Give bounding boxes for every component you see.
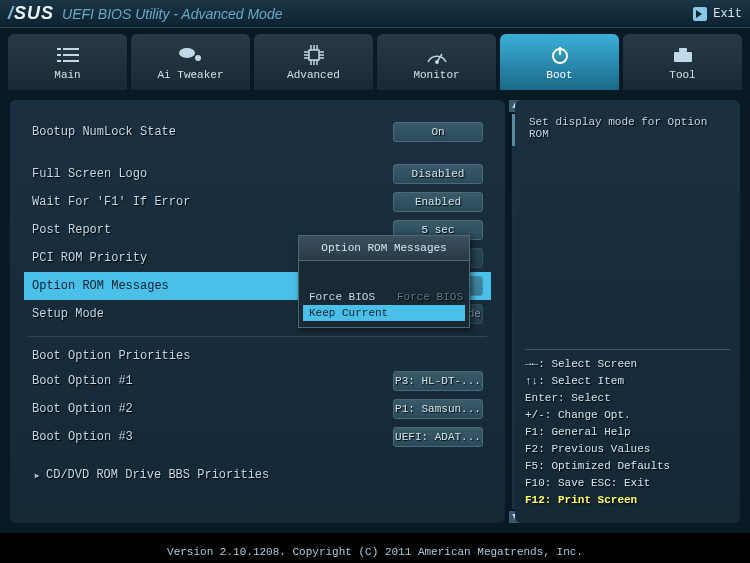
svg-point-22 xyxy=(435,60,439,64)
help-panel: Set display mode for Option ROM →←: Sele… xyxy=(515,100,740,523)
bbs-label: CD/DVD ROM Drive BBS Priorities xyxy=(46,468,269,482)
value-button[interactable]: UEFI: ADAT... xyxy=(393,427,483,447)
row-boot-option-3[interactable]: Boot Option #3 UEFI: ADAT... xyxy=(24,423,491,451)
tab-tool[interactable]: Tool xyxy=(623,34,742,90)
tab-main[interactable]: Main xyxy=(8,34,127,90)
row-boot-option-1[interactable]: Boot Option #1 P3: HL-DT-... xyxy=(24,367,491,395)
bbs-priorities-link[interactable]: ▸ CD/DVD ROM Drive BBS Priorities xyxy=(24,463,491,487)
exit-icon xyxy=(693,7,707,21)
tab-monitor[interactable]: Monitor xyxy=(377,34,496,90)
row-bootup-numlock[interactable]: Bootup NumLock State On xyxy=(24,118,491,146)
svg-rect-25 xyxy=(674,52,692,62)
tab-bar: Main Ai Tweaker Advanced Monitor Boot To… xyxy=(0,28,750,90)
svg-rect-2 xyxy=(57,54,61,56)
toolbox-icon xyxy=(672,43,694,67)
setting-label: Boot Option #2 xyxy=(32,402,393,416)
tab-label: Monitor xyxy=(413,69,459,81)
svg-rect-4 xyxy=(57,60,61,62)
help-key-line: Enter: Select xyxy=(525,390,730,407)
tab-boot[interactable]: Boot xyxy=(500,34,619,90)
svg-rect-26 xyxy=(679,48,687,52)
asus-logo: /SUS xyxy=(8,3,54,24)
divider xyxy=(28,336,487,337)
dropdown-option-keep-current[interactable]: Keep Current xyxy=(303,305,465,321)
row-wait-f1[interactable]: Wait For 'F1' If Error Enabled xyxy=(24,188,491,216)
svg-rect-0 xyxy=(57,48,61,50)
value-button[interactable]: P1: Samsun... xyxy=(393,399,483,419)
help-key-line: ↑↓: Select Item xyxy=(525,373,730,390)
title-bar: /SUS UEFI BIOS Utility - Advanced Mode E… xyxy=(0,0,750,28)
exit-button[interactable]: Exit xyxy=(693,7,742,21)
help-keys: →←: Select Screen ↑↓: Select Item Enter:… xyxy=(525,343,730,509)
option-rom-dropdown: Option ROM Messages Force BIOS Force BIO… xyxy=(298,235,470,328)
settings-panel: Bootup NumLock State On Full Screen Logo… xyxy=(10,100,505,523)
help-key-line-highlight: F12: Print Screen xyxy=(525,492,730,509)
value-button[interactable]: P3: HL-DT-... xyxy=(393,371,483,391)
svg-rect-8 xyxy=(309,50,319,60)
help-key-line: F1: General Help xyxy=(525,424,730,441)
row-full-screen-logo[interactable]: Full Screen Logo Disabled xyxy=(24,160,491,188)
help-key-line: →←: Select Screen xyxy=(525,356,730,373)
svg-rect-1 xyxy=(63,48,79,50)
power-icon xyxy=(550,43,570,67)
svg-rect-5 xyxy=(63,60,79,62)
chevron-right-icon: ▸ xyxy=(32,468,42,483)
setting-label: Full Screen Logo xyxy=(32,167,393,181)
help-key-line: +/-: Change Opt. xyxy=(525,407,730,424)
svg-rect-3 xyxy=(63,54,79,56)
divider xyxy=(525,349,730,350)
value-button[interactable]: Enabled xyxy=(393,192,483,212)
tab-label: Advanced xyxy=(287,69,340,81)
dropdown-title: Option ROM Messages xyxy=(299,236,469,261)
tab-advanced[interactable]: Advanced xyxy=(254,34,373,90)
content-area: Bootup NumLock State On Full Screen Logo… xyxy=(0,90,750,533)
setting-label: Boot Option #1 xyxy=(32,374,393,388)
svg-point-7 xyxy=(195,55,201,61)
tab-label: Boot xyxy=(546,69,572,81)
setting-label: Bootup NumLock State xyxy=(32,125,393,139)
row-boot-option-2[interactable]: Boot Option #2 P1: Samsun... xyxy=(24,395,491,423)
chip-icon xyxy=(304,43,324,67)
help-key-line: F2: Previous Values xyxy=(525,441,730,458)
setting-label: Boot Option #3 xyxy=(32,430,393,444)
help-key-line: F10: Save ESC: Exit xyxy=(525,475,730,492)
tweak-icon xyxy=(178,43,204,67)
gauge-icon xyxy=(426,43,448,67)
tab-label: Ai Tweaker xyxy=(157,69,223,81)
value-button[interactable]: On xyxy=(393,122,483,142)
setting-label: Wait For 'F1' If Error xyxy=(32,195,393,209)
tab-label: Main xyxy=(54,69,80,81)
boot-priorities-header: Boot Option Priorities xyxy=(24,345,491,367)
dropdown-option-force-bios[interactable]: Force BIOS xyxy=(303,289,465,305)
footer-version: Version 2.10.1208. Copyright (C) 2011 Am… xyxy=(0,541,750,563)
app-title: UEFI BIOS Utility - Advanced Mode xyxy=(62,6,282,22)
tab-ai-tweaker[interactable]: Ai Tweaker xyxy=(131,34,250,90)
exit-label: Exit xyxy=(713,7,742,21)
help-key-line: F5: Optimized Defaults xyxy=(525,458,730,475)
help-description: Set display mode for Option ROM xyxy=(525,114,730,142)
tab-label: Tool xyxy=(669,69,695,81)
value-button[interactable]: Disabled xyxy=(393,164,483,184)
list-icon xyxy=(57,43,79,67)
svg-point-6 xyxy=(179,48,195,58)
